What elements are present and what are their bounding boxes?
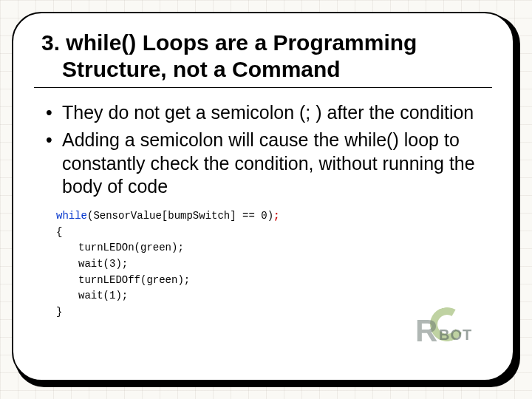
code-body-line: turnLEDOn(green); — [56, 240, 485, 256]
bullet-item: They do not get a semicolon (; ) after t… — [46, 101, 485, 124]
title-divider — [34, 87, 492, 88]
code-body-line: turnLEDOff(green); — [56, 273, 485, 289]
code-line-while: while(SensorValue[bumpSwitch] == 0); — [56, 208, 485, 225]
code-keyword: while — [56, 210, 87, 222]
code-brace-open: { — [56, 225, 485, 241]
code-error-semicolon: ; — [273, 210, 279, 222]
title-line-1: 3. while() Loops are a Programming — [41, 30, 417, 55]
slide-card: 3. while() Loops are a Programming Struc… — [12, 12, 514, 381]
code-body-line: wait(3); — [56, 256, 485, 273]
logo-bot-text: BOT — [439, 327, 472, 344]
title-line-2: Structure, not a Command — [41, 57, 341, 81]
robotc-logo: R BOT — [395, 294, 483, 359]
code-condition: (SensorValue[bumpSwitch] == 0) — [87, 210, 273, 222]
logo-r-letter: R — [415, 313, 436, 349]
bullet-text: Adding a semicolon will cause the while(… — [62, 129, 475, 197]
slide-backdrop: 3. while() Loops are a Programming Struc… — [0, 0, 532, 399]
bullet-list: They do not get a semicolon (; ) after t… — [41, 101, 485, 198]
bullet-text: They do not get a semicolon (; ) after t… — [62, 102, 474, 123]
bullet-item: Adding a semicolon will cause the while(… — [46, 129, 485, 198]
slide-title: 3. while() Loops are a Programming Struc… — [41, 30, 485, 83]
